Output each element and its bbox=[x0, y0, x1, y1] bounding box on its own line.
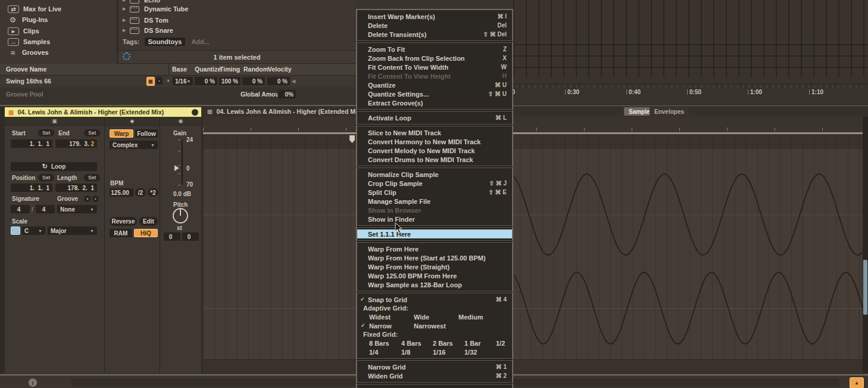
grid-option-4-bars[interactable]: 4 Bars bbox=[401, 340, 433, 347]
menu-item-convert-drums[interactable]: Convert Drums to New MIDI Track bbox=[357, 155, 512, 164]
disclosure-icon[interactable]: ▶ bbox=[123, 18, 130, 23]
gain-fader-track[interactable] bbox=[182, 139, 183, 185]
pitch-fine-field[interactable]: 0 bbox=[182, 232, 199, 241]
clip-panel-tab[interactable]: ▣ bbox=[5, 117, 104, 126]
menu-item-warp-128-bar-loop[interactable]: Warp Sample as 128-Bar Loop bbox=[357, 280, 512, 289]
base-select[interactable]: 1/16 ▼ bbox=[173, 77, 193, 85]
random-field[interactable]: 0 % bbox=[242, 77, 265, 85]
menu-item-slice-to-midi[interactable]: Slice to New MIDI Track bbox=[357, 128, 512, 137]
tab-envelopes[interactable]: Envelopes bbox=[650, 107, 689, 116]
warp-marker[interactable] bbox=[349, 135, 355, 143]
menu-item-warp-from-here-straight[interactable]: Warp From Here (Straight) bbox=[357, 262, 512, 271]
device-item-echo[interactable]: ▶ Echo bbox=[123, 0, 160, 4]
menu-item-set-111-here[interactable]: Set 1.1.1 Here bbox=[357, 229, 512, 238]
save-groove-icon[interactable]: ▪ bbox=[156, 77, 163, 85]
grid-option-medium[interactable]: Medium bbox=[458, 313, 483, 321]
menu-item-widen-grid[interactable]: Widen Grid⌘ 2 bbox=[357, 371, 512, 380]
menu-item-delete-transients[interactable]: Delete Transient(s)⇧ ⌘ Del bbox=[357, 30, 512, 39]
fold-panel-button[interactable]: ▲ bbox=[850, 377, 864, 388]
disclosure-icon[interactable]: ▶ bbox=[123, 7, 130, 11]
pitch-knob[interactable] bbox=[172, 207, 189, 224]
grid-option-1-8[interactable]: 1/8 bbox=[401, 349, 433, 356]
groove-row[interactable]: Swing 16ths 66 ▦ ▪ ◑ 1/16 ▼ 0 % 100 % 0 … bbox=[0, 76, 356, 87]
menu-item-normalize[interactable]: Normalize Clip Sample bbox=[357, 170, 512, 179]
grid-option-widest[interactable]: Widest bbox=[369, 313, 414, 321]
follow-button[interactable]: Follow bbox=[135, 129, 158, 138]
tag-chip-soundtoys[interactable]: Soundtoys bbox=[145, 38, 186, 46]
ram-button[interactable]: RAM bbox=[110, 229, 132, 237]
disclosure-icon[interactable]: ▶ bbox=[123, 28, 130, 33]
menu-item-zoom-back[interactable]: Zoom Back from Clip SelectionX bbox=[357, 54, 512, 63]
preview-spinner-icon[interactable] bbox=[123, 52, 130, 60]
menu-item-convert-harmony[interactable]: Convert Harmony to New MIDI Track bbox=[357, 137, 512, 146]
device-item-ds-tom[interactable]: ▶ DS Tom bbox=[123, 17, 168, 24]
menu-item-warp-bpm-from-here[interactable]: Warp 125.00 BPM From Here bbox=[357, 271, 512, 280]
grid-option-1-4[interactable]: 1/4 bbox=[369, 349, 401, 356]
sidebar-item-clips[interactable]: ▶ Clips bbox=[0, 26, 115, 36]
menu-item-warp-from-here-start[interactable]: Warp From Here (Start at 125.00 BPM) bbox=[357, 253, 512, 262]
menu-item-fit-width[interactable]: Fit Content To View WidthW bbox=[357, 63, 512, 72]
menu-item-quantize-settings[interactable]: Quantize Settings...⇧ ⌘ U bbox=[357, 89, 512, 98]
grid-option-2-bars[interactable]: 2 Bars bbox=[433, 340, 464, 347]
menu-item-warp-from-here[interactable]: Warp From Here bbox=[357, 244, 512, 253]
sidebar-item-samples[interactable]: ↔ Samples bbox=[0, 36, 115, 47]
sample-display[interactable] bbox=[202, 117, 868, 373]
groove-commit-icon[interactable]: ▦ bbox=[146, 77, 155, 86]
bpm-double-button[interactable]: *2 bbox=[148, 188, 158, 197]
hot-swap-icon[interactable]: ◑ bbox=[164, 77, 171, 85]
menu-item-insert-warp-markers[interactable]: Insert Warp Marker(s)⌘ I bbox=[357, 12, 512, 21]
signature-denominator-field[interactable]: 4 bbox=[36, 205, 55, 213]
menu-item-zoom-to-fit[interactable]: Zoom To FitZ bbox=[357, 45, 512, 54]
gain-fader-handle[interactable] bbox=[174, 165, 179, 171]
length-value-field[interactable]: 178. 2. 1 bbox=[55, 184, 97, 192]
grid-option-wide[interactable]: Wide bbox=[414, 313, 458, 321]
quantize-field[interactable]: 0 % bbox=[195, 77, 217, 85]
scroll-left-icon[interactable]: ◀ bbox=[292, 79, 295, 84]
menu-item-quantize[interactable]: Quantize⌘ U bbox=[357, 80, 512, 89]
sidebar-item-max-for-live[interactable]: ⇄ Max for Live bbox=[0, 4, 115, 14]
menu-item-narrow-grid[interactable]: Narrow Grid⌘ 1 bbox=[357, 362, 512, 371]
menu-item-delete[interactable]: DeleteDel bbox=[357, 21, 512, 30]
grid-option-narrow[interactable]: Narrow bbox=[369, 322, 414, 330]
groove-select[interactable]: None ▼ bbox=[57, 205, 97, 213]
grid-option-1-2[interactable]: 1/2 bbox=[496, 340, 505, 347]
menu-item-activate-loop[interactable]: Activate Loop⌘ L bbox=[357, 113, 512, 122]
menu-item-show-in-finder[interactable]: Show in Finder bbox=[357, 215, 512, 224]
set-start-button[interactable]: Set bbox=[38, 129, 54, 136]
reverse-button[interactable]: Reverse bbox=[110, 217, 137, 226]
grid-option-narrowest[interactable]: Narrowest bbox=[414, 322, 446, 330]
scale-root-select[interactable]: C ▼ bbox=[21, 226, 45, 235]
menu-item-snap-to-grid[interactable]: ✓ Snap to Grid ⌘ 4 bbox=[357, 295, 512, 304]
grid-option-8-bars[interactable]: 8 Bars bbox=[369, 340, 401, 347]
tag-add-button[interactable]: Add... bbox=[191, 38, 210, 45]
set-length-button[interactable]: Set bbox=[84, 174, 100, 181]
menu-item-convert-melody[interactable]: Convert Melody to New MIDI Track bbox=[357, 146, 512, 155]
groove-hotswap-icon[interactable]: ◑ bbox=[84, 195, 90, 202]
device-item-dynamic-tube[interactable]: ▶ Dynamic Tube bbox=[123, 5, 188, 13]
edit-button[interactable]: Edit bbox=[139, 217, 158, 226]
position-value-field[interactable]: 1. 1. 1 bbox=[11, 184, 52, 192]
loop-button[interactable]: ↻ Loop bbox=[11, 162, 97, 171]
set-position-button[interactable]: Set bbox=[38, 174, 54, 181]
menu-item-split-clip[interactable]: Split Clip⇧ ⌘ E bbox=[357, 188, 512, 197]
menu-item-manage-sample[interactable]: Manage Sample File bbox=[357, 197, 512, 206]
grid-option-1-32[interactable]: 1/32 bbox=[464, 349, 496, 356]
menu-item-extract-grooves[interactable]: Extract Groove(s) bbox=[357, 98, 512, 107]
disclosure-icon[interactable]: ▶ bbox=[123, 0, 130, 2]
clip-save-icon[interactable] bbox=[192, 109, 198, 116]
menu-item-crop-clip[interactable]: Crop Clip Sample⇧ ⌘ J bbox=[357, 179, 512, 188]
warp-panel-tab[interactable]: ◆ bbox=[105, 117, 160, 126]
set-end-button[interactable]: Set bbox=[84, 129, 100, 136]
timing-field[interactable]: 100 % bbox=[219, 77, 241, 85]
vertical-scrollbar[interactable] bbox=[863, 117, 868, 373]
scale-keyboard-icon[interactable] bbox=[11, 226, 20, 235]
signature-numerator-field[interactable]: 4 bbox=[11, 205, 30, 213]
sidebar-item-plug-ins[interactable]: ⊙ Plug-Ins bbox=[0, 14, 115, 25]
grid-option-1-bar[interactable]: 1 Bar bbox=[464, 340, 496, 347]
grid-option-1-16[interactable]: 1/16 bbox=[433, 349, 464, 356]
scrollbar-handle[interactable] bbox=[863, 260, 867, 315]
warp-button[interactable]: Warp bbox=[110, 129, 133, 138]
sample-editor-title-bar[interactable]: ⊞ 04. Lewis John & Alimish - Higher (Ext… bbox=[202, 106, 868, 117]
bpm-field[interactable]: 125.00 bbox=[110, 188, 133, 197]
sidebar-item-grooves[interactable]: ≈ Grooves bbox=[0, 47, 115, 58]
